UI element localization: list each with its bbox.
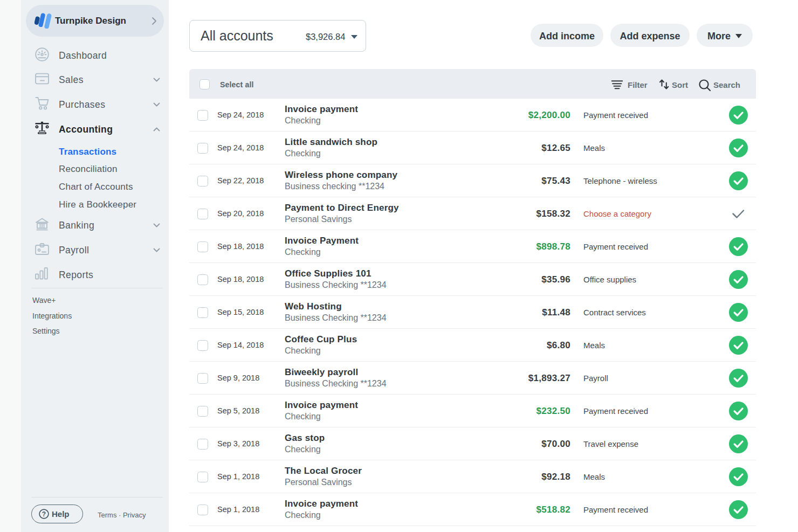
svg-text:?: ? <box>42 510 46 518</box>
